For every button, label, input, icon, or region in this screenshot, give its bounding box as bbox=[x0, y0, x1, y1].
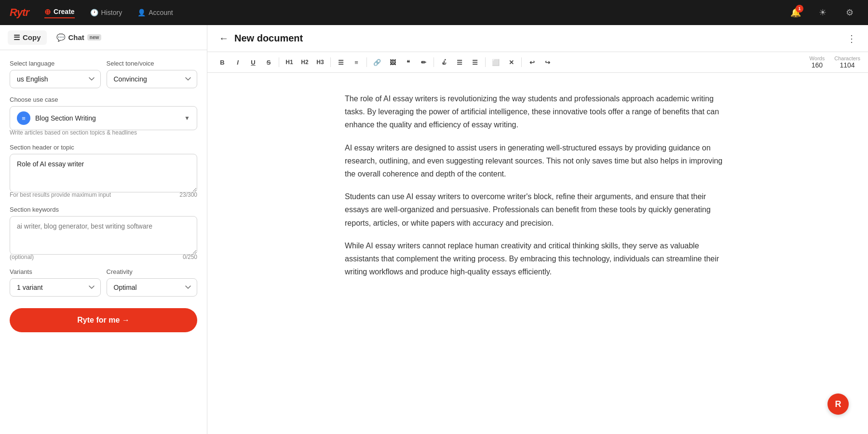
use-case-label: Choose use case bbox=[10, 96, 197, 103]
sidebar-tabs: ☰ Copy 💬 Chat new bbox=[0, 25, 207, 50]
notification-badge: 1 bbox=[796, 5, 803, 13]
words-label: Words bbox=[810, 55, 825, 61]
creativity-select[interactable]: Optimal High Max bbox=[107, 278, 198, 297]
sidebar: ☰ Copy 💬 Chat new Select language us Eng… bbox=[0, 25, 207, 434]
chat-icon: 💬 bbox=[56, 33, 66, 42]
undo-button[interactable]: ↩ bbox=[525, 55, 539, 69]
redo-button[interactable]: ↪ bbox=[540, 55, 555, 69]
tone-group: Select tone/voice Convincing Casual Prof… bbox=[107, 60, 198, 88]
use-case-select[interactable]: ≡ Blog Section Writing ▼ bbox=[10, 106, 197, 130]
keywords-footer: (optional) 0/250 bbox=[10, 254, 197, 260]
ellipsis-icon: ⋮ bbox=[847, 33, 856, 44]
highlight-button[interactable]: ✏ bbox=[416, 55, 431, 69]
main-layout: ☰ Copy 💬 Chat new Select language us Eng… bbox=[0, 25, 868, 434]
account-icon: 👤 bbox=[137, 9, 146, 16]
section-header-label: Section header or topic bbox=[10, 144, 197, 151]
keywords-input[interactable] bbox=[10, 216, 197, 255]
tone-select[interactable]: Convincing Casual Professional bbox=[107, 70, 198, 88]
user-avatar[interactable]: R bbox=[827, 393, 849, 415]
ryte-for-me-button[interactable]: Ryte for me → bbox=[10, 308, 197, 332]
history-icon: 🕐 bbox=[90, 9, 98, 16]
keywords-count: 0/250 bbox=[183, 254, 197, 260]
toolbar-separator-2 bbox=[330, 57, 331, 67]
language-group: Select language us English UK English Fr… bbox=[10, 60, 101, 88]
h1-button[interactable]: H1 bbox=[282, 55, 297, 69]
notification-bell[interactable]: 🔔 1 bbox=[787, 4, 804, 21]
section-header-group: Section header or topic Role of AI essay… bbox=[10, 144, 197, 198]
sun-icon: ☀ bbox=[819, 7, 827, 18]
strikethrough-button[interactable]: S bbox=[261, 55, 276, 69]
italic-button[interactable]: I bbox=[231, 55, 245, 69]
nav-history[interactable]: 🕐 History bbox=[90, 9, 122, 16]
language-label: Select language bbox=[10, 60, 101, 67]
ordered-list-button[interactable]: ≡ bbox=[349, 55, 364, 69]
nav-right: 🔔 1 ☀ ⚙ bbox=[787, 4, 858, 21]
settings-icon: ⚙ bbox=[846, 7, 854, 18]
nav-account[interactable]: 👤 Account bbox=[137, 9, 173, 16]
use-case-value: Blog Section Writing bbox=[35, 114, 184, 122]
creativity-label: Creativity bbox=[107, 268, 198, 275]
back-button[interactable]: ← bbox=[219, 33, 229, 44]
h2-button[interactable]: H2 bbox=[298, 55, 312, 69]
logo: Rytr bbox=[10, 6, 29, 19]
plus-icon: ⊕ bbox=[44, 7, 51, 16]
paragraph-1: The role of AI essay writers is revoluti… bbox=[345, 92, 731, 132]
document-title: New document bbox=[234, 33, 303, 44]
variants-select[interactable]: 1 variant 2 variants 3 variants bbox=[10, 278, 101, 297]
nav-create[interactable]: ⊕ Create bbox=[44, 7, 75, 18]
h3-button[interactable]: H3 bbox=[313, 55, 327, 69]
sidebar-form: Select language us English UK English Fr… bbox=[0, 50, 207, 342]
toolbar-separator-4 bbox=[434, 57, 434, 67]
variants-creativity-row: Variants 1 variant 2 variants 3 variants… bbox=[10, 268, 197, 297]
editor-area[interactable]: The role of AI essay writers is revoluti… bbox=[207, 73, 868, 434]
paragraph-3: Students can use AI essay writers to ove… bbox=[345, 190, 731, 230]
language-select[interactable]: us English UK English French Spanish bbox=[10, 70, 101, 88]
code-block-button[interactable]: ⬜ bbox=[488, 55, 503, 69]
back-arrow-icon: ← bbox=[219, 33, 229, 44]
document-menu-button[interactable]: ⋮ bbox=[847, 33, 856, 44]
paragraph-4: While AI essay writers cannot replace hu… bbox=[345, 239, 731, 279]
clear-format-button[interactable]: ✕ bbox=[504, 55, 518, 69]
section-header-input[interactable]: Role of AI essay writer bbox=[10, 154, 197, 192]
keywords-optional: (optional) bbox=[10, 254, 34, 260]
use-case-group: Choose use case ≡ Blog Section Writing ▼… bbox=[10, 96, 197, 136]
variants-label: Variants bbox=[10, 268, 101, 275]
words-value: 160 bbox=[812, 61, 823, 69]
link-button[interactable]: 🔗 bbox=[370, 55, 384, 69]
section-header-hint: For best results provide maximum input bbox=[10, 191, 111, 198]
language-tone-row: Select language us English UK English Fr… bbox=[10, 60, 197, 88]
editor-content: The role of AI essay writers is revoluti… bbox=[345, 92, 731, 278]
toolbar-separator-6 bbox=[521, 57, 522, 67]
creativity-group: Creativity Optimal High Max bbox=[107, 268, 198, 297]
paragraph-2: AI essay writers are designed to assist … bbox=[345, 141, 731, 181]
use-case-hint: Write articles based on section topics &… bbox=[10, 129, 197, 136]
section-header-footer: For best results provide maximum input 2… bbox=[10, 191, 197, 198]
tab-copy[interactable]: ☰ Copy bbox=[8, 30, 47, 45]
theme-toggle[interactable]: ☀ bbox=[814, 4, 831, 21]
underline-button[interactable]: U bbox=[246, 55, 260, 69]
top-navigation: Rytr ⊕ Create 🕐 History 👤 Account 🔔 1 ☀ … bbox=[0, 0, 868, 25]
align-right-button[interactable]: ☰ bbox=[468, 55, 482, 69]
align-center-button[interactable]: ☰ bbox=[452, 55, 467, 69]
image-button[interactable]: 🖼 bbox=[385, 55, 400, 69]
section-header-count: 23/300 bbox=[179, 191, 197, 198]
variants-group: Variants 1 variant 2 variants 3 variants bbox=[10, 268, 101, 297]
chat-badge: new bbox=[87, 34, 101, 41]
bold-button[interactable]: B bbox=[215, 55, 230, 69]
editor-toolbar: B I U S H1 H2 H3 ☰ ≡ 🔗 🖼 ❝ ✏ ⫝̸ ☰ ☰ ⬜ ✕ … bbox=[207, 52, 868, 73]
bullet-list-button[interactable]: ☰ bbox=[334, 55, 348, 69]
chars-label: Characters bbox=[834, 55, 860, 61]
tone-label: Select tone/voice bbox=[107, 60, 198, 67]
word-count: Words 160 bbox=[810, 55, 825, 69]
use-case-icon: ≡ bbox=[17, 111, 30, 125]
settings-btn[interactable]: ⚙ bbox=[841, 4, 858, 21]
copy-icon: ☰ bbox=[14, 33, 20, 42]
toolbar-stats: Words 160 Characters 1104 bbox=[810, 55, 860, 69]
quote-button[interactable]: ❝ bbox=[401, 55, 415, 69]
align-left-button[interactable]: ⫝̸ bbox=[437, 55, 451, 69]
chars-value: 1104 bbox=[840, 61, 855, 69]
content-area: ← New document ⋮ B I U S H1 H2 H3 ☰ ≡ 🔗 … bbox=[207, 25, 868, 434]
tab-chat[interactable]: 💬 Chat new bbox=[51, 30, 108, 45]
keywords-label: Section keywords bbox=[10, 206, 197, 213]
document-header: ← New document ⋮ bbox=[207, 25, 868, 52]
